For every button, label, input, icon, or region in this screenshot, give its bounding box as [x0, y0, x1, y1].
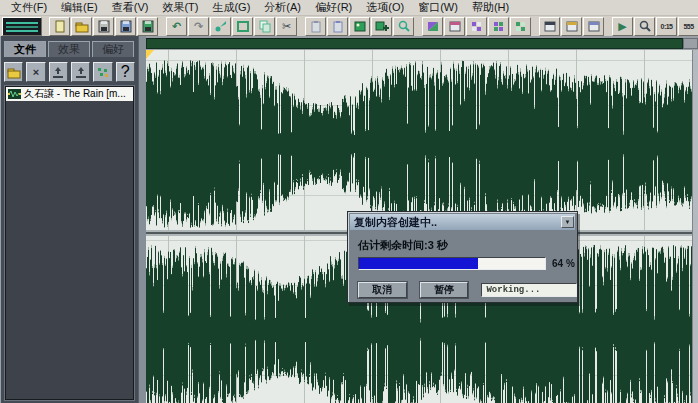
sidebar-toolbar: ×? [4, 62, 138, 82]
paste-icon[interactable] [305, 17, 326, 36]
sidebar-open-file-icon[interactable] [4, 62, 23, 82]
sidebar-insert-cd-icon[interactable] [71, 62, 90, 82]
zoom-icon[interactable] [634, 17, 655, 36]
invert-icon[interactable] [422, 17, 443, 36]
sidebar-insert-multitrack-icon[interactable] [49, 62, 68, 82]
progress-dialog: 复制内容创建中.. ▼ 估计剩余时间:3 秒 64 % 取消 暂停 Workin… [347, 211, 578, 303]
dialog-title: 复制内容创建中.. [354, 215, 437, 230]
sidebar-options-icon[interactable] [93, 62, 112, 82]
copy-icon[interactable] [254, 17, 275, 36]
pause-button[interactable]: 暂停 [420, 282, 469, 298]
sidebar-close-file-icon[interactable]: × [26, 62, 45, 82]
toolbar-group [539, 17, 605, 36]
sidebar-tabs: 文件效果偏好 [4, 41, 138, 57]
paste-to-new-icon[interactable] [327, 17, 348, 36]
new-file-icon[interactable] [49, 17, 70, 36]
dialog-dropdown-button[interactable]: ▼ [561, 216, 574, 228]
waveform-file-icon [8, 89, 21, 99]
menu-bar: 文件(F)编辑(E)查看(V)效果(T)生成(G)分析(A)偏好(R)选项(O)… [0, 0, 698, 16]
toolbar-group [2, 17, 42, 36]
toolbar-group: ▶0:15555 [612, 17, 698, 36]
cut-icon[interactable]: ✂ [276, 17, 297, 36]
tab-favorites[interactable]: 偏好 [92, 41, 134, 57]
menu-item-window[interactable]: 窗口(W) [411, 0, 465, 15]
overview-empty [683, 38, 698, 49]
frequency-window-icon[interactable]: 555 [678, 17, 698, 36]
file-list-item[interactable]: 久石譲 - The Rain [m... [6, 87, 133, 101]
toolbar-group: ↶↷✂ [166, 17, 298, 36]
insert-to-multitrack-icon[interactable] [371, 17, 392, 36]
selection-marker-icon [146, 50, 154, 59]
toolbar-group [305, 17, 415, 36]
menu-item-favorites[interactable]: 偏好(R) [308, 0, 359, 15]
menu-item-view[interactable]: 查看(V) [105, 0, 156, 15]
menu-item-generate[interactable]: 生成(G) [205, 0, 257, 15]
cancel-button[interactable]: 取消 [358, 282, 407, 298]
dialog-body: 估计剩余时间:3 秒 64 % 取消 暂停 Working... [348, 238, 577, 298]
progress-fill [359, 258, 478, 269]
dialog-buttons: 取消 暂停 Working... [358, 282, 577, 298]
silence-icon[interactable] [444, 17, 465, 36]
menu-item-analyze[interactable]: 分析(A) [257, 0, 308, 15]
toolbar: ↶↷✂▶0:15555? [0, 16, 698, 38]
app-window: 文件(F)编辑(E)查看(V)效果(T)生成(G)分析(A)偏好(R)选项(O)… [0, 0, 698, 403]
tab-effects[interactable]: 效果 [48, 41, 90, 57]
eta-label: 估计剩余时间:3 秒 [358, 238, 577, 253]
chevron-down-icon: ▼ [565, 219, 571, 225]
left-channel-icon[interactable] [466, 17, 487, 36]
status-field: Working... [481, 283, 577, 297]
save-as-icon[interactable] [115, 17, 136, 36]
toolbar-group [49, 17, 159, 36]
right-channel-icon[interactable] [488, 17, 509, 36]
progress-percent: 64 % [552, 258, 575, 269]
edit-wave-icon[interactable] [232, 17, 253, 36]
right-edge-strip [692, 50, 698, 403]
convert-sample-type-icon[interactable] [210, 17, 231, 36]
toolbar-group [422, 17, 532, 36]
time-window-icon[interactable]: 0:15 [656, 17, 677, 36]
both-channels-icon[interactable] [510, 17, 531, 36]
zoom-to-selection-icon[interactable] [393, 17, 414, 36]
overview-bar[interactable] [146, 38, 698, 49]
menu-item-edit[interactable]: 编辑(E) [54, 0, 105, 15]
menu-item-help[interactable]: 帮助(H) [465, 0, 516, 15]
menu-item-options[interactable]: 选项(O) [359, 0, 411, 15]
file-label: 久石譲 - The Rain [m... [24, 87, 126, 101]
dialog-title-bar: 复制内容创建中.. ▼ [350, 214, 575, 230]
progress-row: 64 % [358, 257, 577, 270]
tab-files[interactable]: 文件 [4, 41, 46, 57]
overview-fill [146, 38, 683, 49]
view-multitrack-toggle-icon[interactable] [2, 17, 42, 36]
mix-paste-icon[interactable] [349, 17, 370, 36]
play-icon[interactable]: ▶ [612, 17, 633, 36]
menu-item-effects[interactable]: 效果(T) [155, 0, 205, 15]
open-file-icon[interactable] [71, 17, 92, 36]
sidebar: 文件效果偏好 ×? 久石譲 - The Rain [m... [0, 36, 138, 403]
menu-item-file[interactable]: 文件(F) [4, 0, 54, 15]
undo-icon[interactable]: ↶ [166, 17, 187, 36]
window-waveform-icon[interactable] [539, 17, 560, 36]
progress-bar [358, 257, 546, 270]
window-organizer-icon[interactable] [561, 17, 582, 36]
save-all-icon[interactable] [137, 17, 158, 36]
redo-icon[interactable]: ↷ [188, 17, 209, 36]
sidebar-help-icon[interactable]: ? [116, 62, 135, 82]
window-cue-list-icon[interactable] [583, 17, 604, 36]
file-list[interactable]: 久石譲 - The Rain [m... [5, 86, 134, 400]
save-file-icon[interactable] [93, 17, 114, 36]
